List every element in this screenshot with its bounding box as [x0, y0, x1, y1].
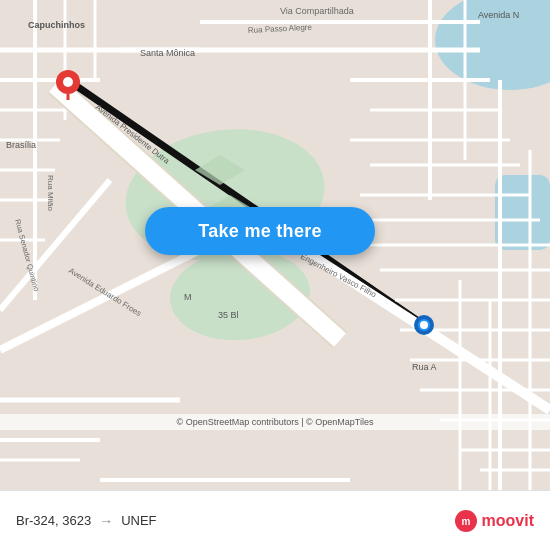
svg-text:M: M — [184, 292, 192, 302]
svg-text:35 Bl: 35 Bl — [218, 310, 239, 320]
svg-text:Avenida N: Avenida N — [478, 10, 519, 20]
svg-text:Rua Milão: Rua Milão — [46, 175, 55, 212]
svg-point-65 — [63, 77, 73, 87]
svg-text:Brasília: Brasília — [6, 140, 36, 150]
map-attribution: © OpenStreetMap contributors | © OpenMap… — [0, 414, 550, 430]
svg-text:Rua A: Rua A — [412, 362, 437, 372]
svg-text:Via Compartilhada: Via Compartilhada — [280, 6, 354, 16]
svg-text:m: m — [461, 516, 470, 527]
route-info: Br-324, 3623 → UNEF — [16, 513, 454, 529]
svg-text:Capuchinhos: Capuchinhos — [28, 20, 85, 30]
route-from: Br-324, 3623 — [16, 513, 91, 528]
map-container: Via Compartilhada Rua Passo Alegre Capuc… — [0, 0, 550, 490]
svg-text:Santa Mônica: Santa Mônica — [140, 48, 195, 58]
moovit-logo: m moovit — [454, 509, 534, 533]
svg-point-68 — [420, 321, 428, 329]
take-me-there-label: Take me there — [198, 221, 322, 242]
moovit-text: moovit — [482, 512, 534, 530]
route-to: UNEF — [121, 513, 156, 528]
arrow-icon: → — [99, 513, 113, 529]
bottom-bar: Br-324, 3623 → UNEF m moovit — [0, 490, 550, 550]
moovit-icon: m — [454, 509, 478, 533]
take-me-there-button[interactable]: Take me there — [145, 207, 375, 255]
svg-rect-2 — [495, 175, 550, 250]
